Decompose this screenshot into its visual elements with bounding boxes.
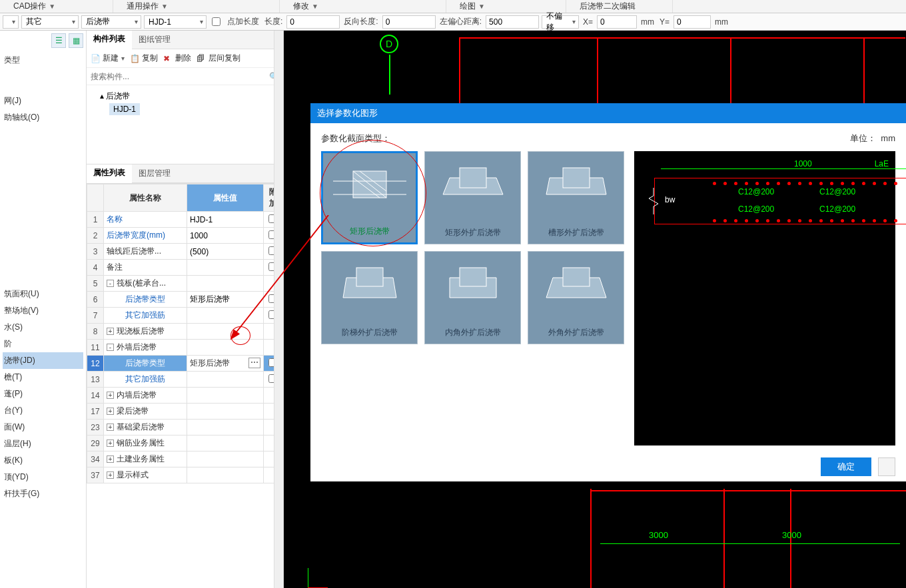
more-button[interactable]: ⋯ [248, 358, 260, 368]
prop-row[interactable]: 29+钢筋业务属性 [87, 436, 283, 451]
sel-type[interactable]: 后浇带 [81, 15, 141, 29]
expander-icon[interactable]: + [107, 408, 114, 415]
view-list-icon[interactable]: ☰ [51, 33, 66, 48]
svg-rect-13 [460, 268, 486, 286]
left-item[interactable]: 筑面积(U) [3, 286, 83, 302]
prop-row[interactable]: 23+基础梁后浇带 [87, 420, 283, 436]
gridline [590, 490, 906, 491]
left-item[interactable]: 阶 [3, 336, 83, 352]
left-item[interactable]: 顶(YD) [3, 469, 83, 485]
left-item[interactable]: 台(Y) [3, 402, 83, 419]
prop-row[interactable]: 13其它加强筋 [87, 372, 283, 388]
prop-row[interactable]: 2后浇带宽度(mm)1000 [87, 228, 283, 244]
prop-row[interactable]: 7其它加强筋 [87, 308, 283, 324]
expander-icon[interactable]: + [107, 471, 114, 479]
lbl-point-extend: 点加长度 [227, 16, 259, 27]
prop-row[interactable]: 17+梁后浇带 [87, 404, 283, 420]
tab-drawing-mgmt[interactable]: 图纸管理 [132, 31, 177, 49]
prop-row[interactable]: 14+内墙后浇带 [87, 388, 283, 404]
svg-rect-11 [356, 268, 383, 286]
left-item[interactable]: 檐(T) [3, 369, 83, 386]
expander-icon[interactable]: + [107, 328, 114, 335]
gridline [459, 37, 460, 104]
scrollbar[interactable] [274, 31, 283, 588]
left-item[interactable]: 整场地(V) [3, 302, 83, 319]
inp-revlen[interactable] [382, 15, 436, 29]
delete-button[interactable]: ✖删除 [163, 53, 191, 64]
prop-row[interactable]: 11-外墙后浇带 [87, 340, 283, 356]
prop-row[interactable]: 34+土建业务属性 [87, 451, 283, 467]
left-item[interactable]: 板(K) [3, 452, 83, 469]
shape-corner-out[interactable]: 外角外扩后浇带 [528, 251, 624, 344]
expander-icon[interactable]: + [107, 440, 114, 447]
tab-modify[interactable]: 修改▼ [280, 0, 446, 13]
prop-row[interactable]: 4备注 [87, 260, 283, 276]
left-item[interactable]: 杆扶手(G) [3, 485, 83, 502]
new-button[interactable]: 📄新建▾ [91, 53, 125, 64]
shape-grid: 矩形后浇带 矩形外扩后浇带 槽形外扩后浇带 阶梯外扩后浇带 内角外扩后浇带 [321, 151, 628, 445]
tab-general[interactable]: 通用操作▼ [113, 0, 280, 13]
prop-row[interactable]: 1名称HJD-1 [87, 212, 283, 228]
tree-leaf[interactable]: HJD-1 [109, 103, 140, 115]
left-item[interactable]: 助轴线(O) [3, 109, 83, 126]
floorcopy-icon: 🗐 [197, 54, 206, 63]
secondary-button[interactable] [878, 457, 895, 476]
sel-offsetmode[interactable]: 不偏移 [542, 15, 579, 29]
shape-step-ext[interactable]: 阶梯外扩后浇带 [321, 251, 418, 344]
preview-outline [654, 178, 906, 224]
prop-row[interactable]: 8+现浇板后浇带 [87, 324, 283, 340]
left-item-selected[interactable]: 浇带(JD) [3, 352, 83, 369]
left-item[interactable]: 蓬(P) [3, 386, 83, 402]
inp-length[interactable] [286, 15, 340, 29]
axis-indicator: Y [594, 577, 600, 588]
tab-layer-mgmt[interactable]: 图层管理 [132, 164, 177, 183]
copy-button[interactable]: 📋复制 [130, 53, 158, 64]
shape-icon [436, 164, 510, 211]
left-item[interactable]: 温层(H) [3, 436, 83, 452]
tab-postcast-edit[interactable]: 后浇带二次编辑 [566, 0, 673, 13]
prop-row[interactable]: 6后浇带类型矩形后浇带 [87, 292, 283, 308]
search-input[interactable] [91, 72, 269, 81]
shape-slot-ext[interactable]: 槽形外扩后浇带 [528, 151, 624, 244]
prop-row[interactable]: 12后浇带类型矩形后浇带⋯ [87, 356, 283, 372]
expander-icon[interactable]: + [107, 455, 114, 463]
rebar-dot [819, 182, 823, 185]
prop-row[interactable]: 5-筏板(桩承台... [87, 276, 283, 292]
rebar-dot [894, 219, 897, 222]
tab-prop-list[interactable]: 属性列表 [87, 164, 132, 183]
expander-icon[interactable]: + [107, 392, 114, 399]
left-item[interactable]: 网(J) [3, 93, 83, 109]
shape-corner-in[interactable]: 内角外扩后浇带 [424, 251, 521, 344]
shape-rect[interactable]: 矩形后浇带 [321, 151, 418, 244]
sel-category[interactable]: 其它 [21, 15, 79, 29]
shape-rect-icon [333, 164, 406, 211]
shape-icon [540, 264, 613, 311]
shape-rect-ext[interactable]: 矩形外扩后浇带 [424, 151, 521, 244]
rebar-dot [873, 182, 876, 185]
prop-row[interactable]: 3轴线距后浇带...(500) [87, 244, 283, 260]
expander-icon[interactable]: - [107, 280, 114, 287]
inp-y[interactable] [674, 15, 711, 29]
dialog-section-label: 参数化截面类型： [321, 133, 390, 145]
sel-blank[interactable] [3, 15, 19, 29]
rebar-c1: C12@200 [738, 187, 774, 196]
tree-node[interactable]: ▴ 后浇带 [91, 89, 279, 103]
inp-offset[interactable] [486, 15, 539, 29]
ok-button[interactable]: 确定 [821, 457, 871, 476]
tab-cad[interactable]: CAD操作▼ [0, 0, 113, 13]
inp-x[interactable] [597, 15, 637, 29]
view-grid-icon[interactable]: ▦ [69, 33, 83, 48]
left-item[interactable]: 面(W) [3, 419, 83, 436]
sel-member[interactable]: HJD-1 [144, 15, 207, 29]
left-item[interactable]: 水(S) [3, 319, 83, 336]
dialog-unit-label: 单位： [850, 133, 876, 143]
expander-icon[interactable]: - [107, 344, 114, 351]
chk-point-extend[interactable] [212, 17, 221, 26]
prop-row[interactable]: 37+显示样式 [87, 467, 283, 483]
expander-icon[interactable]: + [107, 424, 114, 431]
gridline [723, 489, 725, 588]
tab-component-list[interactable]: 构件列表 [87, 31, 132, 49]
floorcopy-button[interactable]: 🗐层间复制 [197, 53, 240, 64]
middle-panels: 构件列表 图纸管理 × 📄新建▾ 📋复制 ✖删除 🗐层间复制 » 🔍 ▴ 后浇带… [87, 31, 284, 588]
left-category-panel: ☰ ▦ 类型 网(J) 助轴线(O) 筑面积(U) 整场地(V) 水(S) 阶 … [0, 31, 87, 588]
